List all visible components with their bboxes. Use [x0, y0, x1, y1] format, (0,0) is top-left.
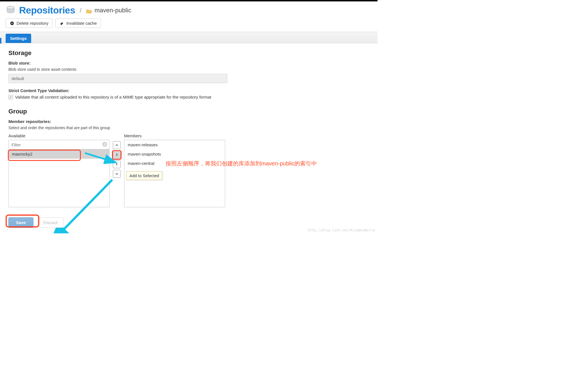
tooltip-add-to-selected: Add to Selected — [126, 171, 162, 180]
chevron-up-icon — [115, 143, 118, 147]
add-to-members-button[interactable] — [113, 151, 121, 159]
page-header: Repositories / maven-public — [0, 1, 378, 19]
move-down-button[interactable] — [113, 170, 121, 178]
strict-validation-help: Validate that all content uploaded to th… — [15, 95, 211, 99]
database-icon — [6, 5, 16, 15]
minus-circle-icon — [10, 21, 14, 26]
chevron-down-icon — [115, 172, 118, 176]
strict-validation-label: Strict Content Type Validation: — [8, 88, 369, 93]
blob-store-field — [8, 74, 227, 83]
available-list[interactable]: maxrocky2 — [8, 149, 109, 207]
list-item[interactable]: maxrocky2 — [9, 149, 109, 159]
members-label: Members — [124, 133, 225, 138]
section-title-group: Group — [8, 108, 369, 115]
action-toolbar: Delete repository Invalidate cache — [0, 19, 378, 32]
delete-repository-button[interactable]: Delete repository — [6, 19, 52, 28]
tab-settings[interactable]: Settings — [6, 34, 31, 43]
blob-store-help: Blob store used to store asset contents — [8, 67, 369, 72]
breadcrumb-separator: / — [79, 6, 83, 14]
list-item[interactable]: maven-releases — [124, 140, 225, 149]
annotation-text: 按照左侧顺序，将我们创建的库添加到maven-public的索引中 — [166, 160, 317, 167]
breadcrumb-current: maven-public — [86, 7, 131, 14]
svg-point-1 — [7, 6, 14, 9]
chevron-left-icon — [115, 163, 118, 166]
strict-validation-checkbox[interactable]: ✓ — [8, 95, 13, 99]
section-title-storage: Storage — [8, 49, 369, 57]
clear-filter-icon[interactable]: ✕ — [102, 142, 107, 147]
move-up-button[interactable] — [113, 141, 121, 149]
page-title[interactable]: Repositories — [19, 5, 75, 16]
eraser-icon — [60, 21, 64, 26]
invalidate-cache-button[interactable]: Invalidate cache — [55, 19, 101, 28]
member-repos-label: Member repositories: — [8, 119, 369, 124]
remove-from-members-button[interactable] — [113, 160, 121, 168]
svg-rect-3 — [11, 23, 13, 24]
folder-icon — [86, 9, 92, 13]
save-button[interactable]: Save — [8, 217, 33, 228]
chevron-right-icon — [115, 153, 118, 156]
member-repos-help: Select and order the repositories that a… — [8, 126, 369, 130]
available-label: Available — [8, 133, 109, 138]
watermark: http://blog.csdn.net/KingBoyWorld — [308, 228, 375, 232]
available-filter-input[interactable] — [8, 140, 109, 149]
blob-store-label: Blob store: — [8, 61, 369, 65]
tab-bar: Settings — [0, 32, 378, 43]
list-item[interactable]: maven-snapshots — [124, 149, 225, 159]
discard-button[interactable]: Discard — [37, 217, 63, 228]
